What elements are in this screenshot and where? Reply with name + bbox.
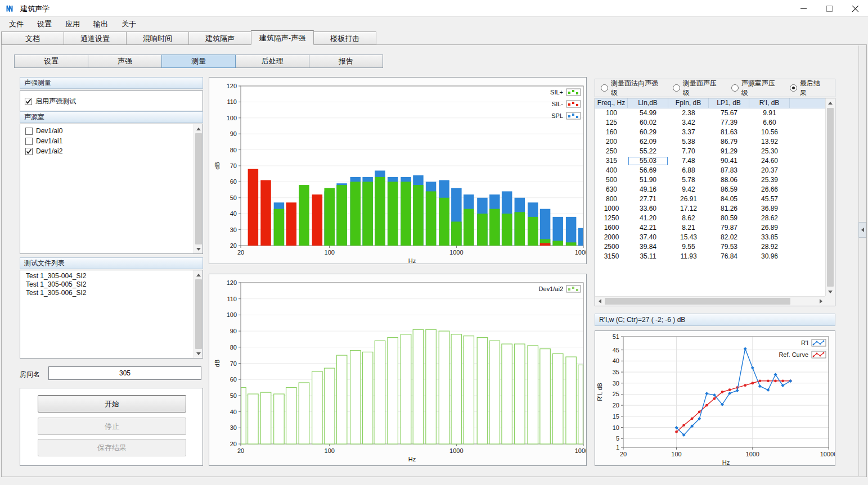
table-cell[interactable]: 3.42 [668,118,709,128]
subtab-measure[interactable]: 测量 [161,55,236,68]
table-cell[interactable]: 2500 [595,242,628,252]
table-cell[interactable]: 80.59 [709,214,749,223]
table-cell[interactable]: 75.67 [709,108,749,118]
radio-surface-spl[interactable]: 测量面声压级 [673,79,723,98]
scroll-down-arrow[interactable] [194,244,203,253]
channel-item-1[interactable]: Dev1/ai1 [21,136,193,146]
table-cell[interactable]: 500 [595,175,628,185]
scroll-left-arrow[interactable] [595,297,604,306]
table-cell[interactable]: 62.09 [628,137,668,147]
menu-item-file[interactable]: 文件 [2,17,30,31]
menu-item-output[interactable]: 输出 [87,17,115,31]
scroll-up-arrow[interactable] [194,124,203,133]
legend-item-dev1-ai2[interactable]: Dev1/ai2 [539,285,581,292]
scroll-right-arrow[interactable] [816,297,825,306]
table-cell[interactable]: 2.38 [668,108,709,118]
table-cell[interactable]: 9.91 [749,108,790,118]
table-cell[interactable]: 1250 [595,214,628,223]
tab-building-insulation[interactable]: 建筑隔声 [188,31,251,45]
radio-final-result[interactable]: 最后结果 [790,79,826,98]
table-cell[interactable]: 79.53 [709,242,749,252]
table-cell[interactable]: 7.48 [668,156,709,166]
table-cell[interactable]: 315 [595,156,628,166]
scroll-up-arrow[interactable] [194,270,203,279]
subtab-setup[interactable]: 设置 [14,55,88,68]
scrollbar-thumb[interactable] [827,108,834,287]
table-cell[interactable]: 5.78 [668,175,709,185]
table-cell[interactable]: 60.02 [628,118,668,128]
table-cell[interactable]: 25.39 [749,175,790,185]
panel-collapse-handle[interactable] [858,222,866,238]
table-cell[interactable]: 27.71 [628,194,668,204]
table-cell[interactable]: 200 [595,137,628,147]
table-cell[interactable]: 33.85 [749,233,790,242]
table-cell[interactable]: 36.89 [749,204,790,214]
table-cell[interactable]: 8.21 [668,223,709,233]
table-cell[interactable]: 2000 [595,233,628,242]
table-cell[interactable]: 9.55 [668,242,709,252]
table-cell[interactable]: 11.93 [668,252,709,261]
table-cell[interactable]: 26.89 [749,223,790,233]
subtab-report[interactable]: 报告 [309,55,383,68]
table-cell[interactable]: 17.12 [668,204,709,214]
table-cell[interactable]: 250 [595,147,628,156]
table-cell[interactable]: 20.37 [749,166,790,175]
table-cell[interactable]: 630 [595,185,628,194]
tab-channel-setup[interactable]: 通道设置 [64,31,127,45]
table-cell[interactable]: 45.57 [749,194,790,204]
subtab-sound-intensity[interactable]: 声强 [88,55,162,68]
table-cell[interactable]: 30.96 [749,252,790,261]
scroll-up-arrow[interactable] [826,98,835,107]
table-cell[interactable]: 160 [595,128,628,137]
table-cell[interactable]: 77.39 [709,118,749,128]
table-cell[interactable]: 15.43 [668,233,709,242]
start-button[interactable]: 开始 [38,395,186,413]
table-cell[interactable]: 6.88 [668,166,709,175]
menu-item-about[interactable]: 关于 [115,17,143,31]
table-cell[interactable]: 82.02 [709,233,749,242]
table-cell[interactable]: 24.60 [749,156,790,166]
channel-item-0[interactable]: Dev1/ai0 [21,126,193,136]
table-cell[interactable]: 81.26 [709,204,749,214]
enable-si-checkbox[interactable]: 启用声强测试 [20,96,203,106]
table-cell[interactable]: 13.92 [749,137,790,147]
table-cell[interactable]: 84.05 [709,194,749,204]
legend-item-ri[interactable]: R'I [801,339,826,346]
table-cell[interactable]: 51.90 [628,175,668,185]
table-cell[interactable]: 39.84 [628,242,668,252]
table-cell[interactable]: 35.11 [628,252,668,261]
table-cell[interactable]: 79.87 [709,223,749,233]
table-cell[interactable]: 60.29 [628,128,668,137]
table-cell[interactable]: 86.79 [709,137,749,147]
menu-item-application[interactable]: 应用 [59,17,87,31]
table-cell[interactable]: 26.91 [668,194,709,204]
table-cell[interactable]: 1600 [595,223,628,233]
table-cell[interactable]: 28.92 [749,242,790,252]
table-cell[interactable]: 86.59 [709,185,749,194]
table-cell[interactable]: 55.03 [628,156,668,166]
table-cell[interactable]: 91.29 [709,147,749,156]
table-cell[interactable]: 100 [595,108,628,118]
save-result-button[interactable]: 保存结果 [38,439,186,456]
table-cell[interactable]: 7.70 [668,147,709,156]
channel-item-2[interactable]: Dev1/ai2 [21,146,193,156]
table-cell[interactable]: 56.69 [628,166,668,175]
scroll-down-arrow[interactable] [826,287,835,296]
table-cell[interactable]: 1000 [595,204,628,214]
table-cell[interactable]: 49.16 [628,185,668,194]
table-cell[interactable]: 88.06 [709,175,749,185]
test-file-item-0[interactable]: Test 1_305-004_SI2 [21,272,193,280]
table-cell[interactable]: 90.41 [709,156,749,166]
table-cell[interactable]: 54.99 [628,108,668,118]
table-cell[interactable]: 8.62 [668,214,709,223]
table-cell[interactable]: 87.83 [709,166,749,175]
radio-source-spl[interactable]: 声源室声压级 [731,79,781,98]
table-cell[interactable]: 3.37 [668,128,709,137]
table-cell[interactable]: 76.84 [709,252,749,261]
scrollbar-thumb[interactable] [605,298,790,305]
tab-floor-impact[interactable]: 楼板打击 [313,31,376,45]
table-cell[interactable]: 25.30 [749,147,790,156]
tab-building-insulation-si[interactable]: 建筑隔声-声强 [251,30,314,45]
table-cell[interactable]: 37.40 [628,233,668,242]
scrollbar-thumb[interactable] [195,279,202,349]
